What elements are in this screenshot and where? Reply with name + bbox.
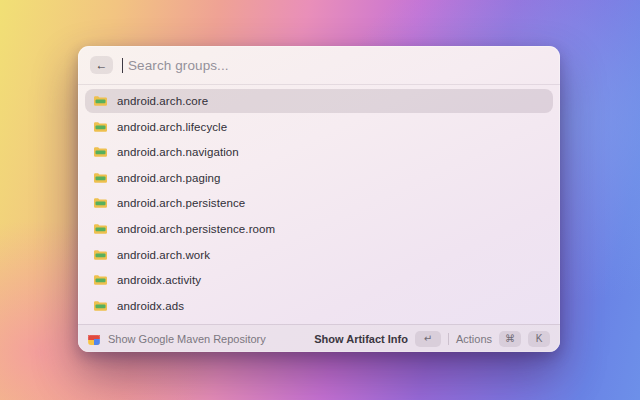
group-list: android.arch.core android.arch.lifecycle bbox=[78, 85, 560, 324]
group-name: android.arch.core bbox=[117, 95, 208, 107]
footer-divider bbox=[448, 333, 449, 345]
list-item[interactable]: android.arch.persistence.room bbox=[85, 217, 553, 241]
folder-icon bbox=[93, 274, 108, 286]
group-name: android.arch.navigation bbox=[117, 146, 239, 158]
group-name: android.arch.paging bbox=[117, 172, 221, 184]
k-key-badge[interactable]: K bbox=[528, 331, 550, 347]
list-item[interactable]: androidx.activity bbox=[85, 268, 553, 292]
folder-icon bbox=[93, 146, 108, 158]
group-name: android.arch.lifecycle bbox=[117, 121, 227, 133]
back-button[interactable]: ← bbox=[90, 56, 113, 74]
folder-icon bbox=[93, 300, 108, 312]
list-item[interactable]: android.arch.core bbox=[85, 89, 553, 113]
group-name: androidx.ads bbox=[117, 300, 184, 312]
group-name: androidx.activity bbox=[117, 274, 201, 286]
footer-bar: Show Google Maven Repository Show Artifa… bbox=[78, 324, 560, 352]
footer-actions: Show Artifact Info ↵ Actions ⌘ K bbox=[314, 331, 550, 347]
search-bar: ← Search groups... bbox=[78, 46, 560, 85]
list-item[interactable]: android.arch.navigation bbox=[85, 140, 553, 164]
group-name: android.arch.persistence bbox=[117, 197, 245, 209]
launcher-window: ← Search groups... android.arch.core bbox=[78, 46, 560, 352]
folder-icon bbox=[93, 223, 108, 235]
primary-action-label[interactable]: Show Artifact Info bbox=[314, 333, 408, 345]
folder-icon bbox=[93, 172, 108, 184]
command-key-badge[interactable]: ⌘ bbox=[499, 331, 521, 347]
list-item[interactable]: android.arch.work bbox=[85, 243, 553, 267]
enter-key-badge[interactable]: ↵ bbox=[415, 331, 441, 347]
group-name: android.arch.work bbox=[117, 249, 210, 261]
back-arrow-icon: ← bbox=[96, 58, 108, 72]
list-item[interactable]: androidx.ads bbox=[85, 294, 553, 318]
list-item[interactable]: android.arch.lifecycle bbox=[85, 115, 553, 139]
list-item[interactable]: android.arch.paging bbox=[85, 166, 553, 190]
group-name: android.arch.persistence.room bbox=[117, 223, 275, 235]
actions-label[interactable]: Actions bbox=[456, 333, 492, 345]
folder-icon bbox=[93, 95, 108, 107]
list-item[interactable]: android.arch.persistence bbox=[85, 191, 553, 215]
folder-icon bbox=[93, 249, 108, 261]
source-label: Show Google Maven Repository bbox=[108, 333, 266, 345]
folder-icon bbox=[93, 197, 108, 209]
text-cursor bbox=[122, 58, 123, 73]
folder-icon bbox=[93, 121, 108, 133]
maven-repository-icon bbox=[88, 333, 100, 345]
search-input[interactable]: Search groups... bbox=[128, 58, 229, 73]
